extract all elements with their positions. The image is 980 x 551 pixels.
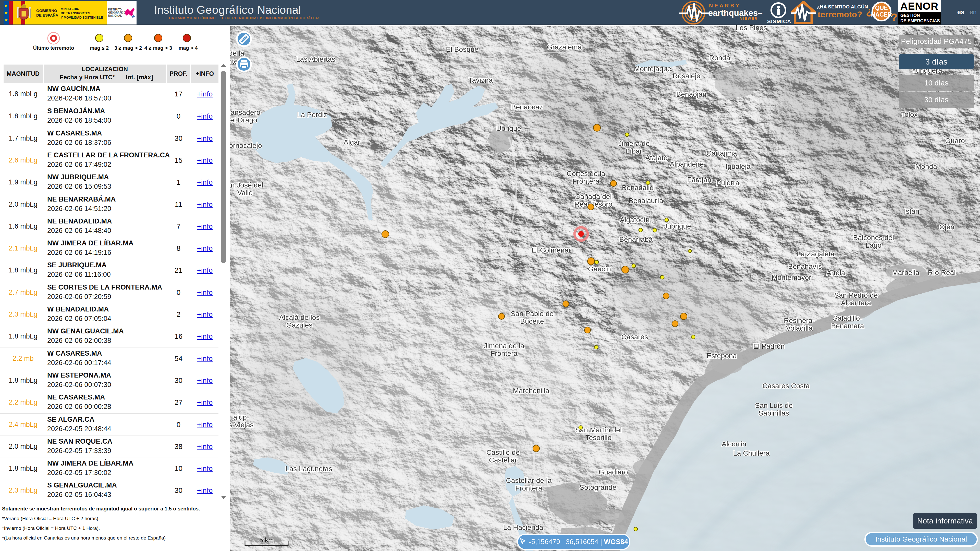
svg-text:?: ? [891, 11, 897, 23]
svg-text:QUÉ: QUÉ [875, 4, 888, 11]
svg-text:HACER: HACER [871, 11, 892, 18]
